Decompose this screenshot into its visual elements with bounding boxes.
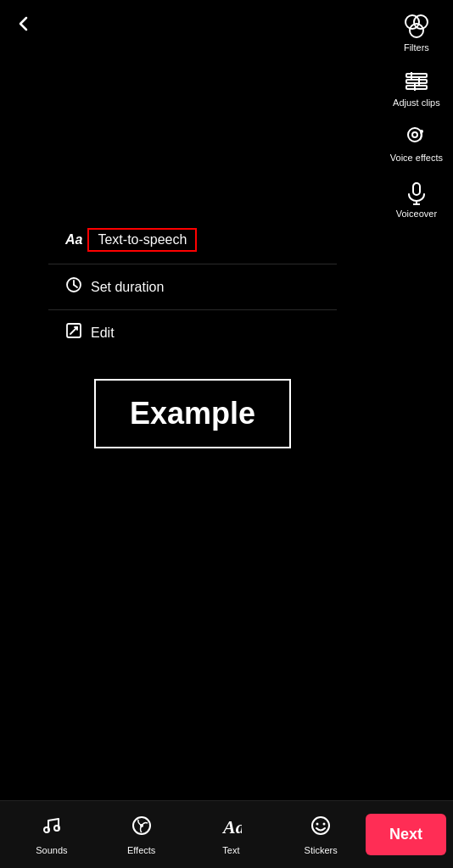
sidebar-item-voiceover[interactable]: Voiceover: [391, 175, 442, 225]
right-sidebar: Filters Adjust clips Voice effects: [387, 8, 446, 225]
filters-label: Filters: [404, 42, 429, 53]
tts-label: Text-to-speech: [87, 228, 197, 252]
svg-rect-5: [406, 86, 427, 89]
nav-item-effects[interactable]: Effects: [97, 808, 187, 862]
edit-label: Edit: [91, 326, 115, 341]
svg-text:Aa: Aa: [221, 816, 242, 837]
svg-point-11: [420, 130, 423, 133]
svg-point-26: [316, 822, 319, 825]
voice-effects-label: Voice effects: [390, 153, 443, 164]
svg-line-19: [70, 327, 77, 334]
svg-point-23: [140, 824, 143, 827]
svg-point-1: [414, 15, 428, 29]
example-text: Example: [130, 396, 255, 431]
edit-icon: [65, 322, 82, 343]
svg-line-17: [74, 285, 77, 287]
nav-item-stickers[interactable]: Stickers: [276, 808, 366, 862]
stickers-label: Stickers: [305, 845, 338, 855]
sidebar-item-adjust-clips[interactable]: Adjust clips: [389, 64, 444, 114]
text-to-speech-item[interactable]: Aa Text-to-speech: [48, 216, 337, 264]
voiceover-label: Voiceover: [396, 209, 437, 220]
svg-point-20: [44, 827, 49, 832]
nav-item-text[interactable]: Aa Text: [187, 808, 277, 862]
voiceover-icon: [404, 180, 429, 205]
nav-item-sounds[interactable]: Sounds: [7, 808, 97, 862]
svg-point-10: [412, 132, 417, 137]
bottom-nav: Sounds Effects Aa Text: [0, 800, 453, 868]
svg-point-27: [323, 822, 326, 825]
svg-point-2: [410, 24, 423, 37]
back-button[interactable]: [14, 14, 34, 39]
svg-rect-12: [413, 183, 420, 195]
svg-point-25: [312, 817, 329, 834]
text-label: Text: [222, 845, 239, 855]
tts-prefix: Aa: [65, 232, 82, 248]
clock-icon: [65, 276, 82, 298]
sounds-label: Sounds: [36, 845, 67, 855]
adjust-clips-icon: [404, 69, 429, 94]
filters-icon: [404, 14, 429, 39]
svg-rect-3: [406, 74, 427, 77]
sidebar-item-voice-effects[interactable]: Voice effects: [387, 119, 446, 169]
next-button[interactable]: Next: [366, 814, 446, 855]
stickers-icon: [310, 815, 332, 842]
adjust-clips-label: Adjust clips: [393, 97, 440, 108]
svg-rect-4: [406, 80, 427, 83]
text-icon: Aa: [220, 815, 242, 842]
sounds-icon: [41, 815, 63, 842]
svg-point-21: [54, 826, 59, 831]
effects-label: Effects: [127, 845, 155, 855]
effects-icon: [131, 815, 153, 842]
set-duration-item[interactable]: Set duration: [48, 264, 337, 310]
sidebar-item-filters[interactable]: Filters: [391, 8, 442, 58]
edit-item[interactable]: Edit: [48, 310, 337, 355]
set-duration-label: Set duration: [91, 280, 164, 295]
voice-effects-icon: [404, 124, 429, 149]
center-content: Aa Text-to-speech Set duration Edit Exam…: [0, 216, 385, 448]
example-box: Example: [94, 379, 291, 448]
